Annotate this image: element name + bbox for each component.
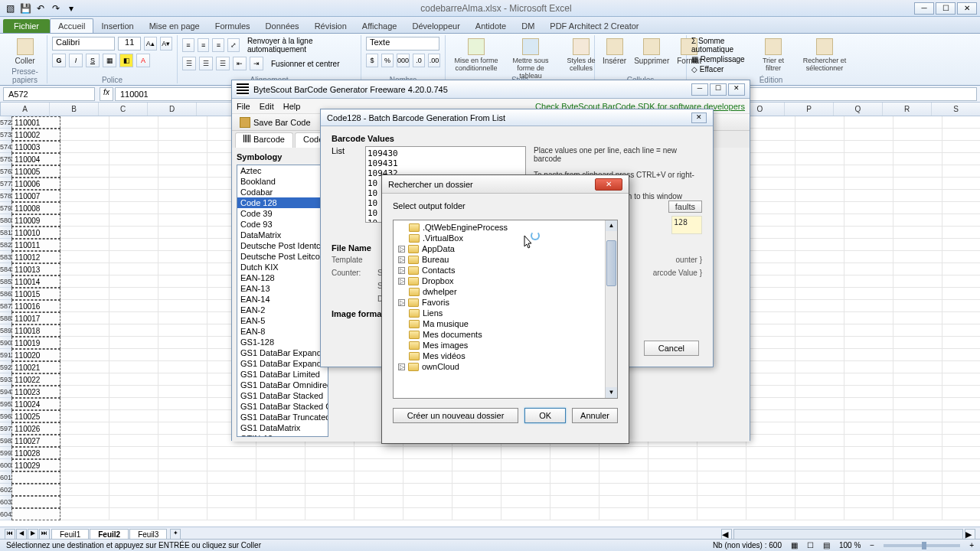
cell[interactable] [893,153,942,165]
cell[interactable] [354,459,403,471]
cell[interactable] [599,496,648,508]
cell[interactable] [893,263,942,276]
cell[interactable] [158,447,207,459]
cell[interactable] [109,300,158,312]
tab-dm[interactable]: DM [514,19,542,33]
cell[interactable] [60,508,109,520]
cell[interactable] [354,471,403,484]
cell[interactable] [109,435,158,447]
cell[interactable] [942,337,980,349]
cell[interactable] [550,508,599,520]
symbology-item[interactable]: GS1 DataBar Stacked [237,390,328,401]
cell[interactable] [60,214,109,227]
qat-dropdown-icon[interactable]: ▾ [64,2,78,15]
cell[interactable] [158,153,207,165]
cell[interactable] [599,508,648,520]
row-header[interactable]: 601 [0,471,11,484]
cell[interactable] [795,300,844,312]
cell[interactable] [158,116,207,129]
cell[interactable] [942,178,980,190]
cell[interactable] [844,214,893,227]
redo-icon[interactable]: ↷ [49,2,63,15]
cell[interactable] [109,263,158,276]
cell[interactable]: 110024 [11,398,60,410]
cell[interactable] [893,129,942,141]
cell[interactable] [60,141,109,153]
cell[interactable] [795,239,844,251]
cell[interactable] [109,190,158,202]
cell[interactable] [746,410,795,422]
cell[interactable] [60,263,109,276]
symbology-item[interactable]: EAN-14 [237,294,328,305]
cell[interactable]: 110008 [11,202,60,214]
cell[interactable] [60,202,109,214]
cell[interactable] [942,190,980,202]
view-normal-icon[interactable]: ▦ [791,541,798,549]
cell[interactable] [60,386,109,398]
row-header[interactable]: 582 [0,239,11,251]
cell[interactable] [11,508,60,520]
cell[interactable]: 110010 [11,227,60,239]
cell[interactable] [746,214,795,227]
cell[interactable] [158,324,207,337]
zoom-slider[interactable] [884,544,960,547]
cell[interactable] [158,435,207,447]
cell[interactable] [158,361,207,373]
cell[interactable] [795,349,844,361]
cell[interactable] [893,116,942,129]
cell[interactable] [746,422,795,435]
cell[interactable] [942,508,980,520]
font-color-button[interactable]: A [136,54,150,67]
cell[interactable] [256,447,305,459]
cell[interactable] [501,484,550,496]
cell[interactable] [893,251,942,263]
cell[interactable] [746,435,795,447]
sheet-tab-2[interactable]: Feuil2 [90,529,129,540]
align-top-icon[interactable]: ≡ [182,38,194,52]
symbology-item[interactable]: Code 93 [237,219,328,230]
defaults-button[interactable]: faults [668,201,702,213]
cell[interactable] [109,386,158,398]
folder-close-button[interactable]: ✕ [595,178,622,191]
row-header[interactable]: 585 [0,276,11,288]
cell[interactable] [795,129,844,141]
symbology-item[interactable]: Codabar [237,187,328,197]
cell[interactable] [697,496,746,508]
cell[interactable] [893,312,942,324]
cell[interactable] [599,447,648,459]
cell[interactable] [746,484,795,496]
new-folder-button[interactable]: Créer un nouveau dossier [393,408,518,423]
paste-button[interactable]: Coller [8,37,42,67]
cell[interactable] [158,471,207,484]
column-header[interactable]: R [883,103,932,116]
cell[interactable] [403,459,452,471]
row-header[interactable]: 586 [0,288,11,300]
cell[interactable] [109,447,158,459]
cell[interactable] [354,496,403,508]
cell[interactable]: 110018 [11,324,60,337]
folder-item[interactable]: .QtWebEngineProcess [395,222,616,233]
folder-item[interactable]: ▷AppData [395,243,616,254]
cell[interactable] [109,141,158,153]
symbology-item[interactable]: Code 128 [237,197,328,208]
cell[interactable] [109,471,158,484]
cell[interactable] [844,484,893,496]
scroll-up-icon[interactable]: ▲ [606,220,617,231]
border-button[interactable]: ▦ [103,54,116,67]
cell[interactable] [109,288,158,300]
cell[interactable]: 110020 [11,349,60,361]
sheet-nav-next[interactable]: ▶ [28,529,38,540]
column-header[interactable]: B [50,103,99,116]
cell[interactable] [60,129,109,141]
cell[interactable] [942,361,980,373]
cell[interactable] [746,471,795,484]
row-header[interactable]: 583 [0,251,11,263]
tab-insertion[interactable]: Insertion [93,19,141,33]
row-header[interactable]: 576 [0,165,11,178]
italic-button[interactable]: I [69,54,83,67]
cell[interactable] [697,471,746,484]
symbology-item[interactable]: Bookland [237,176,328,187]
cell[interactable] [844,165,893,178]
symbology-item[interactable]: DataMatrix [237,230,328,240]
cell[interactable] [893,337,942,349]
